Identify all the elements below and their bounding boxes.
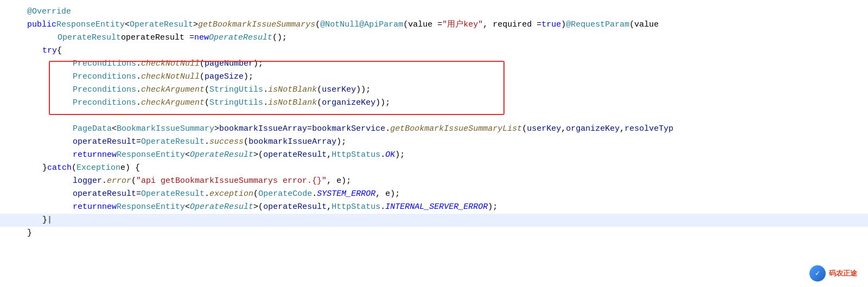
code-line-14: logger . error ( "api getBookmarkIssueSu… xyxy=(0,175,868,188)
paren-exc: ( xyxy=(253,188,258,201)
dot-http: . xyxy=(380,149,385,162)
check-icon: ✓ xyxy=(815,267,820,279)
dot-1: . xyxy=(136,58,141,71)
type-response: ResponseEntity xyxy=(56,18,125,31)
const-internal-error: INTERNAL_SERVER_ERROR xyxy=(385,201,488,214)
type-operateresult: OperateResult xyxy=(58,31,121,44)
type-operateresult-italic2: OperateResult xyxy=(190,201,253,214)
var-operateresult4: operateResult xyxy=(73,188,136,201)
watermark-label: 码农正途 xyxy=(829,268,857,279)
paren2: (value = xyxy=(403,18,442,31)
var-operateresult2: operateResult xyxy=(73,136,136,149)
param-pagenumber: pageNumber xyxy=(205,58,253,71)
var-logger: logger xyxy=(73,175,102,188)
parens-empty: (); xyxy=(272,31,287,44)
dot-3: . xyxy=(136,84,141,97)
type-operateresult2: OperateResult xyxy=(141,136,205,149)
kw-true: true xyxy=(541,18,561,31)
code-line-3: OperateResult operateResult = new Operat… xyxy=(0,31,868,44)
constructor-operateresult: OperateResult xyxy=(209,31,272,44)
checknotnull-1: checkNotNull xyxy=(141,58,200,71)
paren-close-s: ); xyxy=(336,136,346,149)
method-exception: exception xyxy=(209,188,253,201)
checknotnull-2: checkNotNull xyxy=(141,71,200,84)
type-operateresult-italic: OperateResult xyxy=(190,149,253,162)
paren-uk: ( xyxy=(317,84,322,97)
dot-op4: . xyxy=(205,188,209,201)
dot-http2: . xyxy=(380,201,385,214)
code-line-2: public ResponseEntity < OperateResult > … xyxy=(0,18,868,31)
equals-op4: = xyxy=(136,188,141,201)
dot-su1: . xyxy=(263,84,268,97)
brace-close-catch: } xyxy=(42,214,47,227)
var-e: e) { xyxy=(120,162,140,175)
dot-logger: . xyxy=(102,175,107,188)
code-line-16: return new ResponseEntity < OperateResul… xyxy=(0,201,868,214)
kw-catch: catch xyxy=(47,162,72,175)
paren-success: ( xyxy=(244,136,248,149)
type-operate: OperateResult xyxy=(130,18,193,31)
code-line-11: operateResult = OperateResult . success … xyxy=(0,136,868,149)
annotation-override: @Override xyxy=(27,5,71,18)
paren-exception: ( xyxy=(72,162,76,175)
code-line-10: PageData < BookmarkIssueSummary > bookma… xyxy=(0,123,868,136)
preconditions-1: Preconditions xyxy=(73,58,136,71)
type-exception: Exception xyxy=(76,162,120,175)
preconditions-4: Preconditions xyxy=(73,97,136,110)
comma-e2: , e); xyxy=(375,188,400,201)
isnotblank-2: isNotBlank xyxy=(268,97,317,110)
stringutils-2: StringUtils xyxy=(209,97,263,110)
angle-close: > xyxy=(193,18,198,31)
preconditions-3: Preconditions xyxy=(73,84,136,97)
brace-open: { xyxy=(57,44,62,58)
parens-close-ok: )); xyxy=(375,97,390,110)
ann-requestparam: @RequestParam xyxy=(566,18,629,31)
code-line-17: } | xyxy=(0,214,868,227)
checkargument-1: checkArgument xyxy=(141,84,205,97)
checkargument-2: checkArgument xyxy=(141,97,205,110)
param-bookmarkissuearray2: bookmarkIssueArray xyxy=(248,136,336,149)
type-operatecode: OperateCode xyxy=(258,188,312,201)
code-line-9 xyxy=(0,110,868,123)
method-getbookmark: getBookmarkIssueSummaryList xyxy=(390,123,522,136)
param-pagesize: pageSize xyxy=(205,71,244,84)
dot-su2: . xyxy=(263,97,268,110)
equals-op2: = xyxy=(136,136,141,149)
type-responseentity2: ResponseEntity xyxy=(117,149,185,162)
code-line-4: try { xyxy=(0,44,868,58)
comma-required: , required = xyxy=(483,18,541,31)
paren-logger: ( xyxy=(131,175,136,188)
param-userkey2: userKey xyxy=(527,123,561,136)
angle-close-or2: >( xyxy=(253,201,263,214)
type-httpstatus: HttpStatus xyxy=(331,149,380,162)
equals-bk: = xyxy=(307,123,312,136)
paren-str1: ( xyxy=(205,84,209,97)
var-operateresult: operateResult = xyxy=(121,31,194,44)
paren-close-ret: ); xyxy=(395,149,405,162)
angle-or2: < xyxy=(185,201,190,214)
dot-op2: . xyxy=(205,136,209,149)
var-bookmarkservice: bookmarkService xyxy=(312,123,385,136)
dot-2: . xyxy=(136,71,141,84)
paren-close-2: ); xyxy=(244,71,253,84)
param-userkey: userKey xyxy=(322,84,356,97)
watermark-icon: ✓ xyxy=(809,265,826,282)
type-bookmarkissue: BookmarkIssueSummary xyxy=(117,123,214,136)
comma-2: , xyxy=(620,123,624,136)
comma-http2: , xyxy=(327,201,331,214)
kw-try: try xyxy=(42,44,57,58)
paren-ok: ( xyxy=(317,97,322,110)
angle-bracket: < xyxy=(125,18,130,31)
isnotblank-1: isNotBlank xyxy=(268,84,317,97)
comma-http: , xyxy=(327,149,331,162)
kw-return: return xyxy=(73,149,102,162)
code-editor: @Override public ResponseEntity < Operat… xyxy=(0,0,868,287)
dot-bk: . xyxy=(385,123,390,136)
params-bk: ( xyxy=(522,123,527,136)
type-pagedata: PageData xyxy=(73,123,112,136)
code-line-8: Preconditions . checkArgument ( StringUt… xyxy=(0,97,868,110)
param-operateresult3: operateResult xyxy=(263,149,327,162)
paren-page2: ( xyxy=(200,71,205,84)
stringutils-1: StringUtils xyxy=(209,84,263,97)
type-httpstatus2: HttpStatus xyxy=(331,201,380,214)
